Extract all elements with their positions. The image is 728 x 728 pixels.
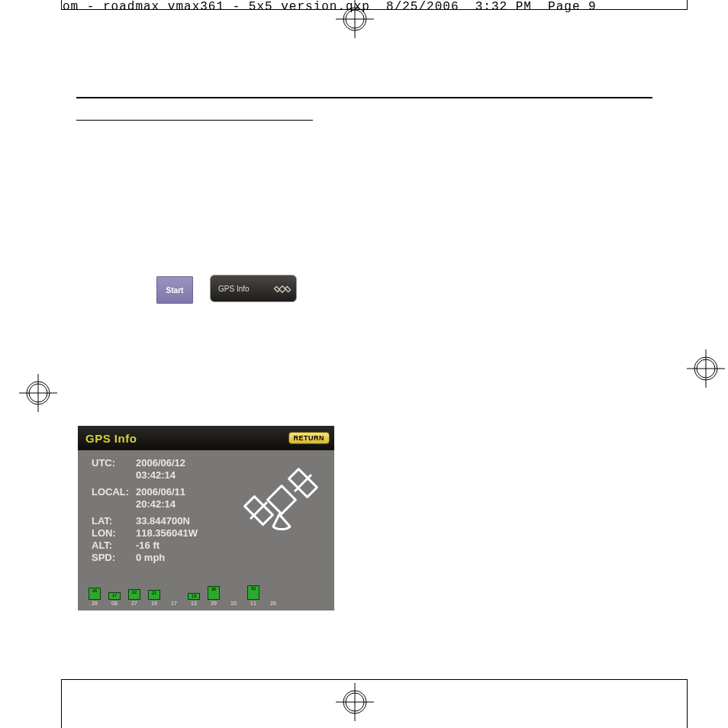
- registration-mark-icon: [19, 374, 57, 412]
- file-header-line: om - roadmax vmax361 - 5x5 version.qxp 8…: [63, 0, 597, 14]
- crop-tick: [687, 679, 688, 728]
- crop-tick: [61, 679, 62, 728]
- sat-bar: 3211: [246, 585, 261, 606]
- sat-bar: 2119: [147, 590, 162, 606]
- utc-label: UTC:: [92, 458, 136, 469]
- utc-date: 2006/06/12: [136, 458, 185, 469]
- sat-bar: 2227: [127, 589, 142, 606]
- svg-rect-17: [274, 286, 279, 292]
- sat-bar: 17: [166, 600, 182, 606]
- crop-tick: [61, 0, 62, 9]
- local-date: 2006/06/11: [136, 487, 185, 498]
- satellite-icon: [235, 459, 327, 546]
- local-time: 20:42:14: [136, 499, 176, 511]
- sat-bar: 26: [266, 600, 281, 606]
- sat-bar: 1313: [186, 593, 201, 606]
- crop-tick: [687, 0, 688, 9]
- sat-bar: 3029: [206, 586, 221, 606]
- gps-info-button[interactable]: GPS Info: [210, 275, 297, 302]
- alt-label: ALT:: [92, 540, 136, 552]
- svg-rect-19: [268, 486, 296, 514]
- lat-label: LAT:: [92, 516, 136, 527]
- spd-label: SPD:: [92, 552, 136, 564]
- satellite-signal-bars: 2628170822272119171313302910321126: [87, 583, 325, 606]
- gps-info-button-label: GPS Info: [218, 285, 250, 293]
- satellite-icon: [273, 280, 292, 300]
- crop-line: [61, 679, 688, 680]
- horizontal-rule: [76, 120, 313, 121]
- gps-screen-title: GPS Info: [82, 432, 137, 445]
- alt-value: -16 ft: [136, 540, 159, 552]
- gps-titlebar: GPS Info RETURN: [78, 426, 334, 450]
- spd-value: 0 mph: [136, 552, 165, 564]
- sat-bar: 1708: [107, 592, 122, 606]
- start-button[interactable]: Start: [156, 276, 193, 304]
- local-label: LOCAL:: [92, 487, 136, 498]
- sat-bar: 10: [226, 600, 241, 606]
- registration-mark-icon: [336, 683, 374, 721]
- svg-line-21: [250, 502, 267, 519]
- lat-value: 33.844700N: [136, 516, 190, 527]
- svg-line-23: [295, 475, 311, 491]
- lon-value: 118.356041W: [136, 528, 198, 540]
- utc-time: 03:42:14: [136, 470, 176, 482]
- return-button[interactable]: RETURN: [288, 432, 330, 444]
- registration-mark-icon: [687, 350, 725, 388]
- lon-label: LON:: [92, 528, 136, 540]
- registration-mark-icon: [336, 0, 374, 38]
- sat-bar: 2628: [87, 588, 102, 606]
- svg-rect-18: [285, 286, 290, 292]
- svg-rect-16: [279, 286, 285, 292]
- horizontal-rule: [76, 97, 652, 98]
- gps-body: UTC:2006/06/12 03:42:14 LOCAL:2006/06/11…: [78, 450, 334, 576]
- gps-info-screen: GPS Info RETURN UTC:2006/06/12 03:42:14 …: [78, 426, 334, 610]
